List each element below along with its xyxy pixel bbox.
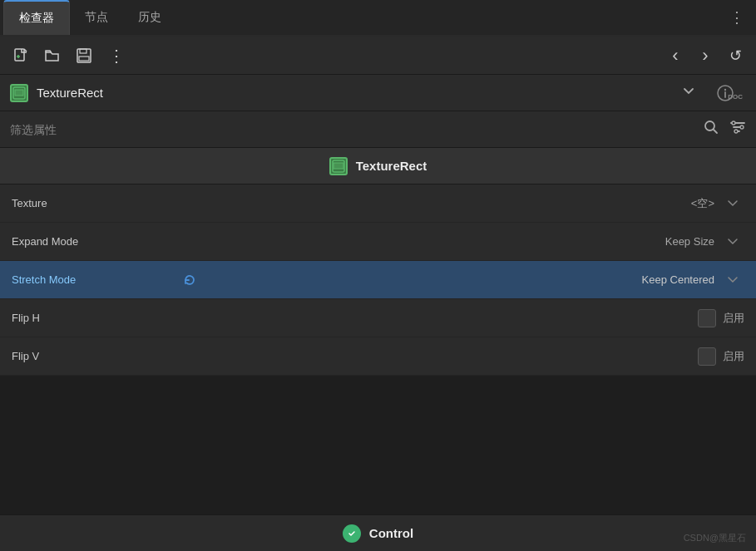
texture-label: Texture <box>12 197 178 209</box>
node-selector: TextureRect DOC <box>0 75 756 111</box>
new-file-icon <box>12 47 29 64</box>
flip-h-label: Flip H <box>12 312 178 324</box>
more-options-button[interactable]: ⋮ <box>101 42 130 70</box>
tab-more-button[interactable]: ⋮ <box>721 8 753 27</box>
svg-rect-14 <box>334 163 343 169</box>
filter-input[interactable] <box>10 123 696 136</box>
open-file-button[interactable] <box>38 42 67 70</box>
filter-search-button[interactable] <box>703 119 719 140</box>
texture-property-row: Texture <空> <box>0 184 756 223</box>
expand-mode-label: Expand Mode <box>12 235 178 248</box>
node-dropdown-button[interactable] <box>681 84 696 102</box>
toolbar-nav: ‹ › ↺ <box>661 42 749 70</box>
open-folder-icon <box>44 47 61 64</box>
new-file-button[interactable] <box>7 42 35 70</box>
flip-v-checkbox[interactable] <box>698 347 716 366</box>
svg-rect-0 <box>15 49 24 61</box>
control-title: Control <box>369 526 413 540</box>
watermark: CSDN@黑星石 <box>684 532 746 544</box>
svg-point-8 <box>724 88 726 90</box>
save-file-button[interactable] <box>70 42 98 70</box>
flip-h-value-area: 启用 <box>178 309 744 327</box>
svg-point-9 <box>705 121 714 130</box>
refresh-button[interactable]: ↺ <box>721 42 749 70</box>
bottom-control-section: Control <box>0 514 756 551</box>
node-name-label: TextureRect <box>37 86 351 100</box>
section-header-icon <box>329 157 348 175</box>
forward-button[interactable]: › <box>691 42 719 70</box>
control-icon <box>343 524 361 543</box>
save-icon <box>76 47 92 64</box>
refresh-icon: ↺ <box>729 47 742 65</box>
flip-h-value: 启用 <box>723 311 744 326</box>
forward-icon: › <box>702 45 708 66</box>
stretch-mode-value-area: Keep Centered <box>205 268 744 292</box>
node-type-icon <box>10 84 28 102</box>
texture-value-area: <空> <box>178 192 744 215</box>
more-options-icon: ⋮ <box>108 46 124 66</box>
doc-label: DOC <box>728 93 743 101</box>
toolbar: ⋮ ‹ › ↺ <box>0 37 756 75</box>
section-header-title: TextureRect <box>356 159 427 173</box>
flip-v-property-row: Flip V 启用 <box>0 337 756 376</box>
stretch-mode-value: Keep Centered <box>642 273 714 286</box>
stretch-mode-reset-button[interactable] <box>178 268 201 292</box>
texture-value: <空> <box>691 196 714 211</box>
tab-bar: 检查器 节点 历史 ⋮ <box>0 0 756 37</box>
back-icon: ‹ <box>672 45 678 66</box>
svg-rect-3 <box>79 57 89 61</box>
filter-bar <box>0 111 756 148</box>
flip-v-label: Flip V <box>12 350 178 362</box>
expand-mode-dropdown-button[interactable] <box>721 230 744 253</box>
flip-h-checkbox[interactable] <box>698 309 716 327</box>
flip-v-value-area: 启用 <box>178 347 744 366</box>
filter-settings-button[interactable] <box>729 119 746 140</box>
back-button[interactable]: ‹ <box>661 42 689 70</box>
tab-nodes[interactable]: 节点 <box>70 0 123 35</box>
svg-rect-5 <box>15 90 23 96</box>
svg-point-12 <box>734 130 738 133</box>
tab-inspector[interactable]: 检查器 <box>3 0 70 35</box>
expand-mode-value-area: Keep Size <box>178 230 744 253</box>
stretch-mode-property-row: Stretch Mode Keep Centered <box>0 261 756 299</box>
stretch-mode-label: Stretch Mode <box>12 273 178 286</box>
expand-mode-value: Keep Size <box>665 235 714 248</box>
section-header: TextureRect <box>0 148 756 184</box>
stretch-mode-dropdown-button[interactable] <box>721 268 744 292</box>
flip-h-property-row: Flip H 启用 <box>0 299 756 337</box>
expand-mode-property-row: Expand Mode Keep Size <box>0 223 756 261</box>
flip-v-value: 启用 <box>723 349 744 364</box>
tab-history[interactable]: 历史 <box>123 0 176 35</box>
doc-button[interactable]: DOC <box>704 84 746 102</box>
svg-point-10 <box>732 121 735 125</box>
texture-dropdown-button[interactable] <box>721 192 744 215</box>
svg-point-11 <box>740 125 744 129</box>
